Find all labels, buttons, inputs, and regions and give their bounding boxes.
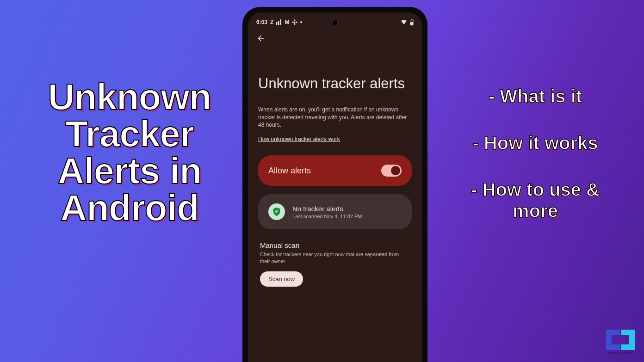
how-it-works-link[interactable]: How unknown tracker alerts work [258, 136, 340, 142]
svg-rect-10 [410, 22, 413, 25]
logo-text: GADGETS TO USE [608, 351, 633, 354]
page-title: Unknown tracker alerts [258, 75, 412, 93]
left-headline: Unknown Tracker Alerts in Android [37, 79, 222, 227]
status-m-icon: M [285, 19, 289, 25]
arrow-back-icon [256, 34, 266, 43]
page-description: When alerts are on, you'll get a notific… [258, 106, 412, 129]
manual-scan-section: Manual scan Check for trackers near you … [258, 238, 412, 290]
bullet-1: - What is it [452, 86, 619, 107]
manual-scan-description: Check for trackers near you right now th… [260, 251, 410, 265]
manual-scan-title: Manual scan [260, 241, 410, 249]
phone-frame: 6:03 Z M Unknown tracker alerts When ale… [242, 7, 427, 362]
status-chart-icon [276, 19, 282, 25]
gadgets-to-use-logo: GADGETS TO USE [602, 326, 638, 356]
back-button[interactable] [248, 29, 422, 49]
allow-alerts-label: Allow alerts [268, 166, 381, 176]
camera-cutout [332, 20, 338, 25]
right-bullets: - What is it - How it works - How to use… [452, 86, 619, 247]
svg-point-3 [294, 22, 296, 23]
scan-now-button[interactable]: Scan now [260, 271, 303, 287]
status-time: 6:03 [256, 19, 267, 25]
allow-alerts-card[interactable]: Allow alerts [258, 155, 412, 186]
svg-point-5 [294, 23, 296, 25]
status-z-icon: Z [270, 19, 273, 25]
svg-point-4 [294, 19, 296, 21]
svg-point-7 [296, 22, 297, 23]
status-fan-icon [292, 19, 297, 25]
bullet-3: - How to use & more [452, 179, 619, 221]
svg-rect-2 [280, 19, 281, 25]
wifi-icon [401, 19, 407, 25]
status-dot-icon [300, 21, 302, 23]
battery-icon [410, 19, 414, 25]
tracker-status-card[interactable]: No tracker alerts Last scanned Nov 4, 11… [258, 194, 412, 229]
bullet-2: - How it works [452, 132, 619, 153]
toggle-knob [391, 166, 400, 175]
status-subtitle: Last scanned Nov 4, 11:02 PM [292, 214, 362, 219]
svg-rect-0 [276, 22, 278, 25]
svg-rect-1 [278, 21, 279, 25]
phone-screen: 6:03 Z M Unknown tracker alerts When ale… [248, 12, 422, 362]
svg-point-6 [292, 22, 294, 23]
allow-alerts-toggle[interactable] [381, 165, 402, 177]
shield-check-icon [268, 203, 285, 220]
status-title: No tracker alerts [292, 205, 362, 213]
headline-text: Unknown Tracker Alerts in Android [37, 79, 222, 227]
